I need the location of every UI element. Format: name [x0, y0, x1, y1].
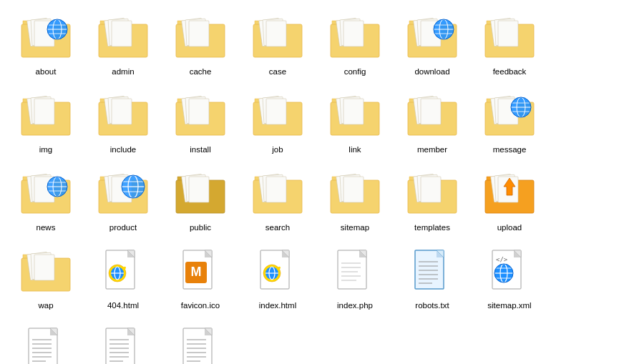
folder-icon	[326, 168, 384, 220]
svg-rect-55	[266, 99, 286, 124]
list-item[interactable]: news	[7, 163, 84, 238]
file-label: about	[36, 67, 57, 77]
list-item[interactable]: 最终用户授权许 可协议.txt	[162, 319, 239, 364]
list-item[interactable]: product	[84, 163, 162, 238]
svg-rect-63	[421, 99, 441, 124]
list-item[interactable]: img	[7, 85, 84, 160]
file-label: link	[348, 144, 361, 155]
folder-icon	[326, 90, 384, 142]
list-item[interactable]: robots.txt	[394, 241, 471, 316]
file-label: install	[190, 144, 210, 155]
file-label: sitemap	[341, 222, 369, 233]
txt-file-icon	[172, 324, 229, 364]
svg-rect-109	[421, 177, 441, 202]
file-label: include	[110, 144, 136, 155]
folder-icon	[17, 90, 74, 142]
folder-icon	[17, 168, 74, 220]
txt-file-icon	[94, 324, 152, 364]
file-label: feedback	[493, 67, 527, 77]
file-label: sitemap.xml	[487, 300, 531, 311]
file-label: download	[414, 67, 449, 77]
folder-icon	[94, 12, 152, 64]
file-label: img	[39, 144, 53, 155]
list-item[interactable]: cache	[162, 7, 239, 82]
svg-rect-43	[34, 99, 54, 124]
list-item[interactable]: config	[316, 7, 394, 82]
file-label: templates	[414, 222, 450, 233]
svg-rect-21	[266, 21, 286, 46]
xml-file-icon: </>	[481, 246, 538, 297]
folder-icon	[481, 90, 538, 142]
list-item[interactable]: upload	[471, 163, 548, 238]
file-label: news	[36, 222, 56, 233]
list-item[interactable]: 操作手册及模板 制作指南.txt	[84, 319, 162, 364]
file-label: search	[265, 222, 291, 233]
list-item[interactable]: search	[239, 163, 316, 238]
folder-icon	[481, 168, 538, 220]
file-label: 404.html	[107, 300, 139, 311]
php-file-icon	[326, 246, 384, 297]
txt-file-icon	[17, 324, 74, 364]
list-item[interactable]: sitemap	[316, 163, 394, 238]
folder-icon	[404, 12, 461, 64]
list-item[interactable]: message	[471, 85, 548, 160]
folder-icon	[249, 90, 306, 142]
file-grid: about admin cache ca	[7, 7, 617, 364]
file-label: case	[269, 67, 286, 77]
list-item[interactable]: admin	[84, 7, 162, 82]
list-item[interactable]: 404.html	[84, 241, 162, 316]
list-item[interactable]: include	[84, 85, 162, 160]
list-item[interactable]: about	[7, 7, 84, 82]
list-item[interactable]: index.html	[239, 241, 316, 316]
list-item[interactable]: wap	[7, 241, 84, 316]
txt-file-icon	[404, 246, 461, 297]
folder-icon	[326, 12, 384, 64]
list-item[interactable]: member	[394, 85, 471, 160]
folder-icon	[404, 168, 461, 220]
folder-icon	[481, 12, 538, 64]
svg-rect-51	[189, 99, 209, 124]
svg-rect-25	[343, 21, 364, 46]
list-item[interactable]: templates	[394, 163, 471, 238]
folder-icon	[17, 12, 74, 64]
svg-rect-101	[266, 177, 286, 202]
list-item[interactable]: 版本升级说明.txt	[7, 319, 84, 364]
list-item[interactable]: link	[316, 85, 394, 160]
file-label: config	[344, 67, 366, 77]
svg-text:</>: </>	[496, 256, 508, 263]
file-label: upload	[497, 222, 522, 233]
svg-rect-39	[498, 21, 518, 46]
file-label: index.html	[259, 300, 296, 311]
file-label: product	[109, 222, 137, 233]
file-label: admin	[112, 67, 134, 77]
svg-rect-105	[343, 177, 364, 202]
folder-icon	[94, 90, 152, 142]
svg-rect-118	[34, 255, 54, 280]
list-item[interactable]: public	[162, 163, 239, 238]
file-label: index.php	[337, 300, 373, 311]
html-file-icon	[94, 246, 152, 297]
folder-icon	[172, 90, 229, 142]
list-item[interactable]: case	[239, 7, 316, 82]
list-item[interactable]: M favicon.ico	[162, 241, 239, 316]
folder-icon	[172, 168, 229, 220]
list-item[interactable]: </> sitemap.xml	[471, 241, 548, 316]
folder-icon	[17, 246, 74, 297]
svg-rect-47	[112, 99, 132, 124]
list-item[interactable]: index.php	[316, 241, 394, 316]
svg-rect-59	[343, 99, 364, 124]
html-file-standalone-icon	[249, 246, 306, 297]
file-label: job	[272, 144, 283, 155]
list-item[interactable]: download	[394, 7, 471, 82]
file-label: message	[493, 144, 527, 155]
list-item[interactable]: job	[239, 85, 316, 160]
file-label: wap	[38, 300, 53, 311]
folder-icon	[249, 12, 306, 64]
svg-rect-17	[189, 21, 209, 46]
folder-icon	[249, 168, 306, 220]
folder-icon	[172, 12, 229, 64]
file-label: member	[417, 144, 447, 155]
list-item[interactable]: install	[162, 85, 239, 160]
list-item[interactable]: feedback	[471, 7, 548, 82]
svg-rect-13	[112, 21, 132, 46]
